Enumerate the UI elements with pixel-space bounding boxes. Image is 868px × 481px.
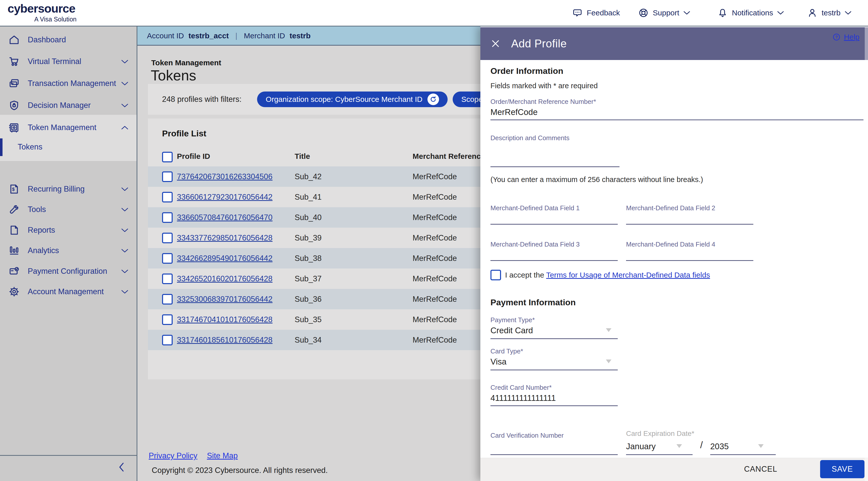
sidebar-item-label: Reports <box>28 226 55 235</box>
account-id-label: Account ID <box>147 31 184 40</box>
svg-text:?: ? <box>836 35 838 39</box>
user-avatar-icon <box>807 7 817 18</box>
terms-text: I accept the Terms for Usage of Merchant… <box>505 271 710 279</box>
row-checkbox[interactable] <box>162 212 173 223</box>
sidebar-item-recurring-billing[interactable]: $ Recurring Billing <box>0 178 136 200</box>
row-checkbox[interactable] <box>162 233 173 243</box>
help-icon: ? <box>832 33 841 41</box>
order-information-heading: Order Information <box>491 66 563 76</box>
chevron-down-icon <box>121 290 128 294</box>
section-title: Token Management <box>151 59 221 67</box>
close-icon[interactable] <box>491 38 500 49</box>
save-button[interactable]: SAVE <box>820 460 865 478</box>
profile-id-link[interactable]: 3325300683970176056442 <box>177 295 273 304</box>
sidebar-item-analytics[interactable]: Analytics <box>0 240 136 262</box>
row-checkbox[interactable] <box>162 335 173 345</box>
cancel-button[interactable]: CANCEL <box>744 464 777 474</box>
mddf3-input[interactable] <box>491 250 618 261</box>
sidebar-item-tools[interactable]: Tools <box>0 199 136 220</box>
mddf2-input[interactable] <box>626 214 753 224</box>
card-number-underline <box>491 395 618 406</box>
filter-summary: 248 profiles with filters: <box>162 95 242 104</box>
sidebar-item-virtual-terminal[interactable]: Virtual Terminal <box>0 51 136 72</box>
add-profile-drawer: Add Profile ? Help Order Information Fie… <box>480 26 868 481</box>
profile-list-title: Profile List <box>162 128 207 139</box>
merchant-ref-value: MerRefCode <box>412 274 457 283</box>
description-input[interactable] <box>491 156 620 167</box>
expiration-separator: / <box>700 440 703 451</box>
sidebar-subitem-tokens[interactable]: Tokens <box>0 136 136 158</box>
chevron-down-icon <box>121 187 128 191</box>
sidebar-item-label: Analytics <box>28 246 59 255</box>
copyright-text: Copyright © 2023 Cybersource. All rights… <box>152 466 328 475</box>
mddf1-input[interactable] <box>491 214 618 224</box>
cards-icon <box>8 78 20 90</box>
select-all-checkbox[interactable] <box>162 152 173 162</box>
sidebar-item-label: Tools <box>28 205 46 214</box>
profile-id-link[interactable]: 3343377629850176056428 <box>177 234 273 242</box>
support-menu[interactable]: Support <box>638 0 690 26</box>
user-menu[interactable]: testrb <box>807 0 851 26</box>
card-expiration-label: Card Expiration Date* <box>626 429 694 438</box>
drawer-action-bar: CANCEL SAVE <box>480 458 868 481</box>
profile-title: Sub_34 <box>294 335 321 344</box>
sidebar-item-account-management[interactable]: Account Management <box>0 280 136 303</box>
sidebar-item-transaction-management[interactable]: Transaction Management <box>0 72 136 94</box>
cybersource-logo: cybersource <box>7 1 75 16</box>
sidebar-item-label: Dashboard <box>28 35 66 44</box>
sidebar-item-label: Account Management <box>28 287 104 296</box>
sidebar-item-dashboard[interactable]: Dashboard <box>0 29 136 51</box>
terms-link[interactable]: Terms for Usage of Merchant-Defined Data… <box>546 271 710 279</box>
row-checkbox[interactable] <box>162 192 173 203</box>
order-ref-underline <box>491 110 864 120</box>
help-link[interactable]: ? Help <box>832 33 860 41</box>
row-checkbox[interactable] <box>162 294 173 304</box>
row-checkbox[interactable] <box>162 253 173 264</box>
sidebar-item-token-management[interactable]: Token Management <box>0 117 136 139</box>
site-map-link[interactable]: Site Map <box>207 451 238 460</box>
row-checkbox[interactable] <box>162 172 173 182</box>
sidebar-collapse-button[interactable] <box>118 462 125 472</box>
cvn-input[interactable] <box>491 444 618 455</box>
profile-id-link[interactable]: 7376420673016263304506 <box>177 172 273 181</box>
top-header: cybersource A Visa Solution Feedback <box>0 0 868 27</box>
column-header-profile-id[interactable]: Profile ID <box>177 152 210 160</box>
merchant-ref-value: MerRefCode <box>412 254 457 263</box>
terms-checkbox[interactable] <box>491 270 501 280</box>
merchant-ref-value: MerRefCode <box>412 315 457 324</box>
support-label: Support <box>653 8 679 17</box>
merchant-ref-value: MerRefCode <box>412 192 457 202</box>
privacy-policy-link[interactable]: Privacy Policy <box>149 451 197 460</box>
chevron-down-icon <box>121 228 128 233</box>
drawer-scrollbar[interactable] <box>865 27 868 481</box>
org-scope-chip-label: Organization scope: CyberSource Merchant… <box>266 95 423 103</box>
sidebar-item-reports[interactable]: Reports <box>0 219 136 241</box>
merchant-ref-value: MerRefCode <box>412 172 457 181</box>
notifications-menu[interactable]: Notifications <box>717 0 784 26</box>
sidebar-item-label: Token Management <box>28 123 96 132</box>
chevron-down-icon <box>844 10 851 15</box>
profile-id-link[interactable]: 3342662895490176056442 <box>177 254 273 263</box>
merchant-ref-value: MerRefCode <box>412 335 457 344</box>
feedback-button[interactable]: Feedback <box>572 0 620 26</box>
org-scope-filter-chip[interactable]: Organization scope: CyberSource Merchant… <box>257 91 447 107</box>
profile-id-link[interactable]: 3342652016020176056428 <box>177 274 273 283</box>
profile-id-link[interactable]: 3366057084760176056470 <box>177 213 273 222</box>
sidebar-item-payment-configuration[interactable]: Payment Configuration <box>0 260 136 282</box>
sidebar-item-decision-manager[interactable]: Decision Manager <box>0 94 136 117</box>
profile-id-link[interactable]: 3317460185610176056428 <box>177 335 273 344</box>
chevron-down-icon <box>121 59 128 64</box>
cart-icon <box>8 56 20 67</box>
mddf4-input[interactable] <box>626 250 753 261</box>
profile-id-link[interactable]: 3317467041010176056428 <box>177 315 273 324</box>
column-header-title[interactable]: Title <box>294 152 310 160</box>
shield-lock-icon <box>8 99 20 112</box>
card-check-icon <box>8 265 20 277</box>
breadcrumb-separator: | <box>236 31 238 40</box>
row-checkbox[interactable] <box>162 314 173 325</box>
refresh-icon[interactable] <box>428 93 439 105</box>
drawer-title: Add Profile <box>511 37 567 50</box>
row-checkbox[interactable] <box>162 273 173 284</box>
profile-id-link[interactable]: 3366061279230176056442 <box>177 192 273 202</box>
gear-icon <box>8 285 20 298</box>
